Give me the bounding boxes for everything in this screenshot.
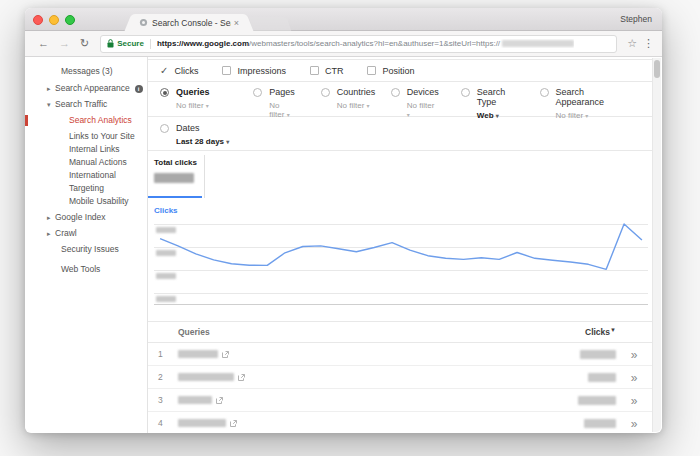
sidebar-item-mobile-usability[interactable]: Mobile Usability — [25, 195, 147, 208]
expand-row-chevrons-icon[interactable]: » — [631, 394, 638, 408]
expand-row-chevrons-icon[interactable]: » — [631, 417, 638, 431]
dimension-search-appearance[interactable]: Search Appearance No filter ▾ — [540, 87, 626, 120]
sidebar-item-international-targeting[interactable]: International Targeting — [25, 169, 147, 195]
sidebar-nav: Messages (3) ▸ Search Appearance i ▾ Sea… — [25, 57, 147, 433]
sidebar-item-messages[interactable]: Messages (3) — [25, 65, 147, 78]
tab-title: Search Console - Search Anal — [152, 18, 231, 28]
external-link-icon[interactable] — [238, 374, 245, 381]
devices-filter-dropdown[interactable]: No filter ▾ — [407, 101, 439, 119]
sidebar-item-search-appearance[interactable]: ▸ Search Appearance i — [25, 82, 147, 95]
sidebar-item-search-traffic[interactable]: ▾ Search Traffic — [25, 98, 147, 111]
caret-down-icon: ▾ — [226, 139, 229, 145]
radio-icon[interactable] — [253, 88, 262, 97]
dates-filter-row[interactable]: Dates Last 28 days ▾ — [148, 117, 652, 151]
unchecked-checkbox-icon[interactable] — [310, 66, 319, 75]
external-link-icon[interactable] — [216, 397, 223, 404]
info-icon[interactable]: i — [135, 85, 143, 93]
redacted-clicks-value — [588, 373, 616, 382]
close-window-button[interactable] — [33, 15, 43, 25]
vertical-scrollbar[interactable] — [652, 58, 661, 432]
table-header-row: Queries Clicks▼ — [148, 321, 652, 343]
browser-tab[interactable]: Search Console - Search Anal × — [133, 14, 245, 31]
row-rank: 2 — [148, 372, 178, 382]
chevron-collapsed-icon: ▸ — [47, 82, 55, 95]
card-divider — [204, 155, 205, 198]
radio-icon[interactable] — [461, 88, 470, 97]
radio-selected-icon[interactable] — [160, 88, 169, 97]
sidebar-item-google-index[interactable]: ▸ Google Index — [25, 211, 147, 224]
redacted-query-text — [178, 373, 234, 381]
row-rank: 4 — [148, 418, 178, 428]
redacted-site-url — [502, 40, 574, 47]
countries-filter-dropdown[interactable]: No filter ▾ — [337, 101, 376, 110]
search-appearance-filter-dropdown[interactable]: No filter ▾ — [556, 111, 626, 120]
redacted-total-clicks-value — [154, 173, 194, 183]
browser-toolbar: ← → ↻ Secure https://www.google.com/webm… — [25, 31, 662, 57]
metric-ctr[interactable]: CTR — [310, 66, 344, 76]
security-chip[interactable]: Secure — [107, 39, 144, 48]
browser-window: Search Console - Search Anal × Stephen ←… — [25, 8, 662, 432]
forward-icon: → — [59, 38, 70, 49]
padlock-icon — [107, 39, 114, 48]
radio-icon[interactable] — [391, 88, 400, 97]
external-link-icon[interactable] — [222, 351, 229, 358]
date-range-dropdown[interactable]: Last 28 days ▾ — [176, 137, 229, 146]
table-row[interactable]: 2 » — [148, 366, 652, 389]
radio-icon[interactable] — [540, 88, 549, 97]
sidebar-item-web-tools[interactable]: Web Tools — [25, 263, 147, 276]
chevron-collapsed-icon: ▸ — [47, 211, 55, 224]
sidebar-item-search-analytics[interactable]: Search Analytics — [25, 114, 147, 127]
dimension-devices[interactable]: Devices No filter ▾ — [391, 87, 435, 119]
metrics-filter-row: ✓ Clicks Impressions CTR Position — [148, 59, 652, 82]
radio-icon[interactable] — [321, 88, 330, 97]
bookmark-star-icon[interactable]: ☆ — [627, 38, 637, 49]
zoom-window-button[interactable] — [65, 15, 75, 25]
queries-filter-dropdown[interactable]: No filter ▾ — [176, 101, 210, 110]
external-link-icon[interactable] — [230, 420, 237, 427]
table-row[interactable]: 4 » — [148, 412, 652, 433]
unchecked-checkbox-icon[interactable] — [367, 66, 376, 75]
expand-row-chevrons-icon[interactable]: » — [631, 348, 638, 362]
dimension-countries[interactable]: Countries No filter ▾ — [321, 87, 365, 110]
browser-profile-name[interactable]: Stephen — [620, 14, 652, 24]
dimension-pages[interactable]: Pages No filter ▾ — [253, 87, 295, 119]
sidebar-item-internal-links[interactable]: Internal Links — [25, 143, 147, 156]
table-row[interactable]: 3 » — [148, 389, 652, 412]
caret-down-icon: ▾ — [367, 103, 370, 109]
sidebar-item-manual-actions[interactable]: Manual Actions — [25, 156, 147, 169]
url-host: https://www.google.com — [157, 39, 249, 48]
caret-down-icon: ▾ — [407, 112, 410, 118]
caret-down-icon: ▾ — [585, 113, 588, 119]
table-row[interactable]: 1 » — [148, 343, 652, 366]
tab-close-icon[interactable]: × — [234, 18, 239, 28]
total-clicks-card[interactable]: Total clicks — [148, 155, 202, 198]
reload-icon[interactable]: ↻ — [80, 38, 89, 49]
url-path: /webmasters/tools/search-analytics?hl=en… — [249, 39, 500, 48]
radio-icon[interactable] — [160, 124, 169, 133]
back-icon[interactable]: ← — [38, 38, 49, 49]
queries-column-header[interactable]: Queries — [178, 327, 554, 337]
browser-menu-icon[interactable]: ⋮ — [643, 37, 654, 50]
pages-filter-dropdown[interactable]: No filter ▾ — [269, 101, 295, 119]
dimension-queries[interactable]: Queries No filter ▾ — [160, 87, 227, 110]
checked-checkbox-icon[interactable]: ✓ — [160, 66, 168, 75]
metric-impressions[interactable]: Impressions — [222, 66, 286, 76]
address-bar[interactable]: Secure https://www.google.com/webmasters… — [100, 35, 617, 53]
search-type-dropdown[interactable]: Web ▾ — [477, 111, 514, 120]
metric-clicks[interactable]: ✓ Clicks — [160, 66, 198, 76]
sidebar-item-security-issues[interactable]: Security Issues — [25, 243, 147, 256]
redacted-clicks-value — [584, 419, 616, 428]
page-content: Messages (3) ▸ Search Appearance i ▾ Sea… — [25, 57, 662, 433]
sidebar-item-crawl[interactable]: ▸ Crawl — [25, 227, 147, 240]
minimize-window-button[interactable] — [49, 15, 59, 25]
clicks-column-header[interactable]: Clicks▼ — [554, 327, 616, 337]
redacted-clicks-value — [578, 396, 616, 405]
caret-down-icon: ▾ — [206, 103, 209, 109]
unchecked-checkbox-icon[interactable] — [222, 66, 231, 75]
expand-row-chevrons-icon[interactable]: » — [631, 371, 638, 385]
scrollbar-thumb[interactable] — [654, 60, 660, 78]
sidebar-item-links-to-your-site[interactable]: Links to Your Site — [25, 130, 147, 143]
metric-position[interactable]: Position — [367, 66, 414, 76]
redacted-query-text — [178, 419, 226, 427]
dimension-search-type[interactable]: Search Type Web ▾ — [461, 87, 514, 120]
